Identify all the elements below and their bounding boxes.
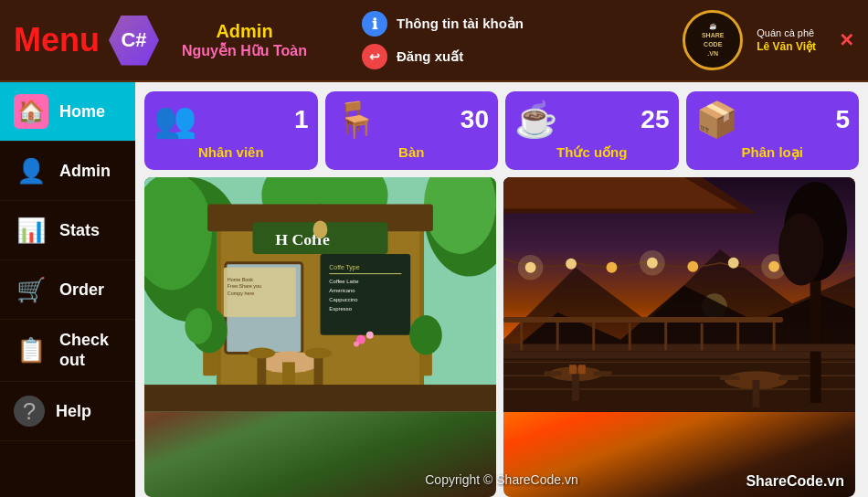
svg-text:Home Book: Home Book (228, 277, 254, 282)
sidebar-item-stats[interactable]: 📊 Stats (0, 201, 135, 260)
home-icon: 🏠 (14, 94, 48, 129)
stat-card-thuong[interactable]: ☕ 25 Thức uống (505, 91, 679, 170)
admin-title: Admin (216, 21, 272, 42)
svg-point-25 (249, 348, 276, 359)
close-button[interactable]: ✕ (839, 29, 854, 51)
svg-text:Compy here: Compy here (228, 291, 254, 296)
svg-point-66 (728, 258, 739, 269)
main-layout: 🏠 Home 👤 Admin 📊 Stats 🛒 Order 📋 Check o… (0, 82, 868, 497)
thuong-number: 25 (640, 105, 669, 134)
svg-text:Coffee Latte: Coffee Latte (329, 279, 359, 284)
svg-rect-26 (314, 353, 323, 388)
header: Menu C# Admin Nguyễn Hữu Toàn ℹ Thông ti… (0, 0, 868, 82)
info-icon: ℹ (362, 11, 387, 37)
stat-card-phanloai-top: 📦 5 (695, 102, 851, 137)
ban-label: Bàn (398, 144, 424, 160)
svg-rect-52 (572, 374, 579, 401)
sidebar-item-help[interactable]: ? Help (0, 382, 135, 441)
svg-rect-55 (569, 365, 577, 374)
sidebar-label-order: Order (59, 280, 104, 300)
stat-card-thuong-top: ☕ 25 (514, 102, 670, 137)
svg-rect-53 (544, 371, 562, 375)
account-info-label: Thông tin tài khoản (397, 16, 524, 32)
admin-info: Admin Nguyễn Hữu Toàn (182, 21, 307, 59)
brand-logo-circle: ☕SHARECODE.VN (683, 10, 743, 70)
menu-title: Menu (14, 21, 100, 59)
svg-rect-58 (752, 380, 759, 407)
ban-icon: 🪑 (334, 102, 377, 137)
svg-text:Coffe Type: Coffe Type (329, 264, 359, 271)
brand-shop-name: Lê Văn Việt (757, 40, 816, 53)
stat-card-nhanvien[interactable]: 👥 1 Nhân viên (144, 91, 318, 170)
stats-row: 👥 1 Nhân viên 🪑 30 Bàn ☕ 25 Thức uống (135, 82, 868, 177)
svg-text:Espresso: Espresso (329, 306, 352, 312)
logout-label: Đăng xuất (397, 48, 463, 65)
thuong-label: Thức uống (556, 144, 627, 161)
svg-rect-56 (578, 365, 586, 374)
svg-rect-84 (503, 317, 783, 323)
svg-point-30 (185, 308, 212, 344)
stat-card-nhanvien-top: 👥 1 (153, 102, 309, 137)
svg-text:Free:Share you: Free:Share you (228, 283, 261, 289)
svg-point-39 (354, 342, 359, 347)
sidebar-label-help: Help (56, 402, 91, 421)
logout-button[interactable]: ↩ Đăng xuất (362, 44, 524, 69)
svg-point-32 (409, 315, 442, 354)
images-row: H Coffe Coffe Type Coffee Latte American… (135, 177, 868, 497)
csharp-logo: C# (109, 16, 159, 66)
checkout-icon: 📋 (14, 333, 48, 368)
nhanvien-label: Nhân viên (198, 144, 264, 160)
svg-point-69 (518, 255, 544, 280)
sidebar-item-checkout[interactable]: 📋 Check out (0, 320, 135, 382)
user-name: Nguyễn Hữu Toàn (182, 42, 307, 59)
nhanvien-number: 1 (294, 105, 309, 134)
ban-number: 30 (460, 105, 489, 134)
header-actions: ℹ Thông tin tài khoản ↩ Đăng xuất (362, 11, 524, 69)
sidebar-label-stats: Stats (59, 221, 100, 240)
svg-point-62 (566, 259, 577, 270)
content-area: 👥 1 Nhân viên 🪑 30 Bàn ☕ 25 Thức uống (135, 82, 868, 497)
cafe-image-left: H Coffe Coffe Type Coffee Latte American… (144, 177, 496, 497)
sidebar: 🏠 Home 👤 Admin 📊 Stats 🛒 Order 📋 Check o… (0, 82, 135, 497)
sidebar-item-admin[interactable]: 👤 Admin (0, 142, 135, 201)
csharp-icon: C# (121, 28, 146, 52)
svg-text:Americano: Americano (329, 288, 355, 293)
svg-rect-60 (778, 375, 799, 380)
svg-point-38 (366, 332, 374, 339)
svg-rect-40 (144, 385, 496, 412)
sidebar-label-home: Home (59, 102, 105, 122)
phanloai-icon: 📦 (695, 102, 738, 137)
account-info-button[interactable]: ℹ Thông tin tài khoản (362, 11, 524, 37)
svg-point-70 (640, 250, 665, 276)
brand-label: Quán cà phê (757, 27, 814, 38)
svg-point-74 (778, 213, 823, 285)
thuong-icon: ☕ (514, 102, 557, 137)
brand-info: Quán cà phê Lê Văn Việt (757, 27, 816, 53)
stat-card-phanloai[interactable]: 📦 5 Phân loại (686, 91, 860, 170)
order-icon: 🛒 (14, 272, 48, 307)
header-brand: ☕SHARECODE.VN Quán cà phê Lê Văn Việt ✕ (683, 10, 854, 70)
sidebar-label-checkout: Check out (59, 331, 109, 370)
svg-point-27 (305, 348, 333, 359)
svg-rect-24 (257, 353, 266, 388)
sharecode-label: ShareCode.vn (746, 473, 844, 490)
stat-card-ban[interactable]: 🪑 30 Bàn (325, 91, 499, 170)
svg-point-63 (607, 262, 618, 273)
stats-icon: 📊 (14, 213, 48, 248)
stat-card-ban-top: 🪑 30 (334, 102, 490, 137)
admin-icon: 👤 (14, 153, 48, 188)
svg-rect-54 (594, 371, 612, 375)
sidebar-label-admin: Admin (59, 162, 111, 181)
sidebar-item-order[interactable]: 🛒 Order (0, 260, 135, 320)
svg-rect-59 (720, 375, 740, 380)
phanloai-label: Phân loại (742, 144, 803, 161)
phanloai-number: 5 (835, 105, 850, 134)
sidebar-item-home[interactable]: 🏠 Home (0, 82, 135, 142)
svg-rect-47 (503, 352, 855, 359)
nhanvien-icon: 👥 (153, 102, 196, 137)
logout-icon: ↩ (362, 44, 387, 69)
svg-point-65 (687, 261, 698, 272)
cafe-image-right: ShareCode.vn (503, 177, 855, 497)
help-icon: ? (14, 396, 45, 427)
svg-point-12 (313, 220, 328, 238)
